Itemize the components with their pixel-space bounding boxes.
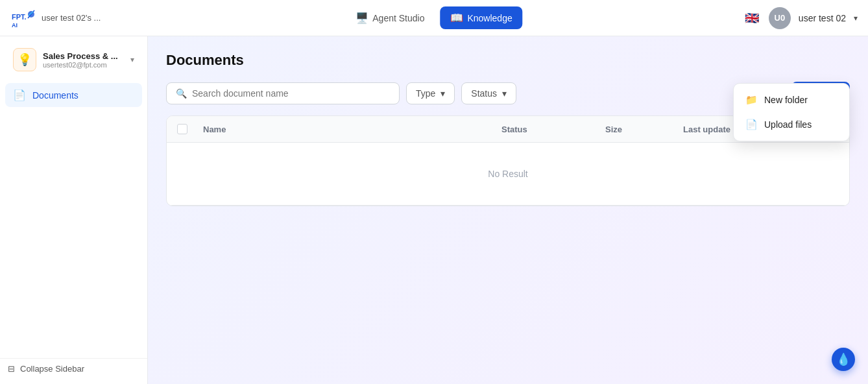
header-nav: 🖥️ Agent Studio 📖 Knowledge bbox=[345, 6, 522, 29]
user-name: user test 02 bbox=[799, 13, 846, 23]
status-filter-label: Status bbox=[471, 88, 497, 99]
workspace-chevron-icon: ▾ bbox=[130, 55, 134, 64]
flag-icon: 🇬🇧 bbox=[745, 11, 759, 25]
nav-agent-studio-label: Agent Studio bbox=[372, 13, 424, 23]
user-menu-chevron-icon[interactable]: ▾ bbox=[854, 14, 858, 23]
floating-action-button[interactable]: 💧 bbox=[832, 348, 855, 371]
sidebar-nav: 📄 Documents bbox=[0, 80, 147, 358]
workspace-email: usertest02@fpt.com bbox=[43, 61, 124, 69]
type-filter-chevron-icon: ▾ bbox=[440, 88, 445, 99]
header: FPT. AI user test 02's ... 🖥️ Agent Stud… bbox=[0, 0, 868, 36]
documents-nav-icon: 📄 bbox=[13, 89, 26, 101]
page-title: Documents bbox=[166, 52, 850, 69]
table-empty-message: No Result bbox=[167, 143, 849, 205]
nav-knowledge[interactable]: 📖 Knowledge bbox=[440, 6, 522, 29]
logo-area[interactable]: FPT. AI user test 02's ... bbox=[10, 5, 101, 31]
create-dropdown-menu: 📁 New folder 📄 Upload files bbox=[733, 83, 850, 141]
sidebar-item-documents-label: Documents bbox=[32, 90, 78, 101]
knowledge-icon: 📖 bbox=[450, 12, 463, 24]
new-folder-icon: 📁 bbox=[745, 94, 758, 106]
type-filter[interactable]: Type ▾ bbox=[406, 82, 455, 104]
upload-files-option[interactable]: 📄 Upload files bbox=[738, 112, 845, 137]
nav-agent-studio[interactable]: 🖥️ Agent Studio bbox=[345, 6, 435, 29]
table-header-size: Size bbox=[605, 125, 683, 134]
collapse-sidebar-icon: ⊟ bbox=[8, 364, 15, 374]
user-avatar: U0 bbox=[769, 7, 791, 29]
workspace-selector[interactable]: 💡 Sales Process & ... usertest02@fpt.com… bbox=[5, 42, 142, 78]
layout: 💡 Sales Process & ... usertest02@fpt.com… bbox=[0, 36, 868, 384]
upload-files-icon: 📄 bbox=[745, 119, 758, 130]
select-all-checkbox[interactable] bbox=[177, 124, 187, 134]
svg-text:AI: AI bbox=[12, 22, 18, 29]
table-header-name: Name bbox=[203, 125, 501, 134]
collapse-sidebar-button[interactable]: ⊟ Collapse Sidebar bbox=[0, 358, 147, 379]
agent-studio-icon: 🖥️ bbox=[356, 12, 368, 24]
collapse-sidebar-label: Collapse Sidebar bbox=[20, 364, 84, 374]
table-divider bbox=[167, 205, 849, 206]
main-content: Documents 🔍 Type ▾ Status ▾ + Create Nam… bbox=[148, 36, 868, 384]
fpt-logo-icon: FPT. AI bbox=[10, 5, 36, 31]
status-filter-chevron-icon: ▾ bbox=[502, 88, 507, 99]
status-filter[interactable]: Status ▾ bbox=[461, 82, 516, 104]
workspace-name: Sales Process & ... bbox=[43, 51, 124, 61]
header-user-label: user test 02's ... bbox=[42, 13, 101, 23]
sidebar-item-documents[interactable]: 📄 Documents bbox=[5, 83, 142, 107]
search-box[interactable]: 🔍 bbox=[166, 82, 400, 104]
header-right: 🇬🇧 U0 user test 02 ▾ bbox=[743, 7, 858, 29]
svg-text:FPT.: FPT. bbox=[12, 13, 27, 21]
upload-files-label: Upload files bbox=[764, 119, 812, 130]
nav-knowledge-label: Knowledge bbox=[467, 13, 512, 23]
new-folder-option[interactable]: 📁 New folder bbox=[738, 88, 845, 112]
search-icon: 🔍 bbox=[176, 88, 187, 99]
table-header-status: Status bbox=[501, 125, 605, 134]
language-selector[interactable]: 🇬🇧 bbox=[743, 9, 761, 27]
workspace-info: Sales Process & ... usertest02@fpt.com bbox=[43, 51, 124, 69]
search-input[interactable] bbox=[192, 88, 390, 99]
sidebar: 💡 Sales Process & ... usertest02@fpt.com… bbox=[0, 36, 148, 384]
floating-action-icon: 💧 bbox=[836, 352, 850, 366]
type-filter-label: Type bbox=[416, 88, 435, 99]
new-folder-label: New folder bbox=[764, 95, 808, 105]
workspace-icon: 💡 bbox=[13, 48, 36, 71]
